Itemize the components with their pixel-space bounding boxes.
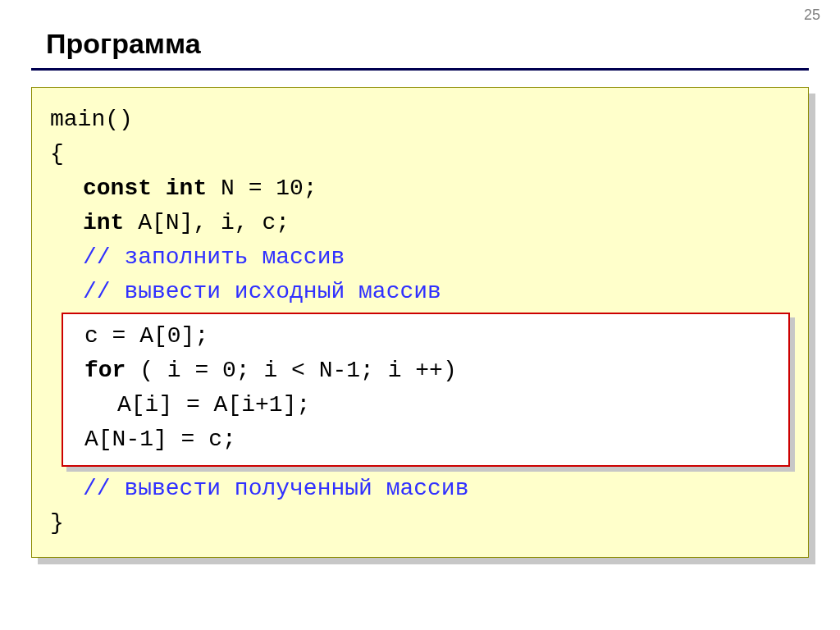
code-line: A[N-1] = c;	[75, 422, 777, 457]
code-line: const int N = 10;	[50, 171, 790, 206]
highlight-box: c = A[0]; for ( i = 0; i < N-1; i ++) A[…	[62, 313, 790, 467]
keyword: const int	[83, 176, 207, 201]
code-line: int A[N], i, c;	[50, 206, 790, 240]
code-line: for ( i = 0; i < N-1; i ++)	[75, 354, 777, 388]
page-number: 25	[804, 7, 820, 24]
code-line: A[i] = A[i+1];	[75, 388, 777, 422]
code-line: {	[50, 137, 790, 171]
code-text: A[N], i, c;	[124, 210, 290, 235]
code-line: main()	[50, 103, 790, 137]
code-text: N = 10;	[207, 176, 317, 201]
title-divider	[31, 68, 809, 71]
code-comment: // вывести полученный массив	[50, 472, 790, 506]
code-comment: // заполнить массив	[50, 240, 790, 275]
code-line: c = A[0];	[75, 319, 777, 354]
highlight-box-wrapper: c = A[0]; for ( i = 0; i < N-1; i ++) A[…	[62, 313, 790, 467]
keyword: int	[83, 210, 124, 235]
slide: 25 Программа main() { const int N = 10; …	[0, 0, 840, 630]
code-text: ( i = 0; i < N-1; i ++)	[126, 358, 456, 383]
code-block: main() { const int N = 10; int A[N], i, …	[31, 87, 809, 558]
slide-title: Программа	[46, 28, 809, 60]
code-line: }	[50, 506, 790, 541]
code-block-wrapper: main() { const int N = 10; int A[N], i, …	[31, 87, 809, 558]
keyword: for	[84, 358, 126, 383]
code-comment: // вывести исходный массив	[50, 275, 790, 309]
